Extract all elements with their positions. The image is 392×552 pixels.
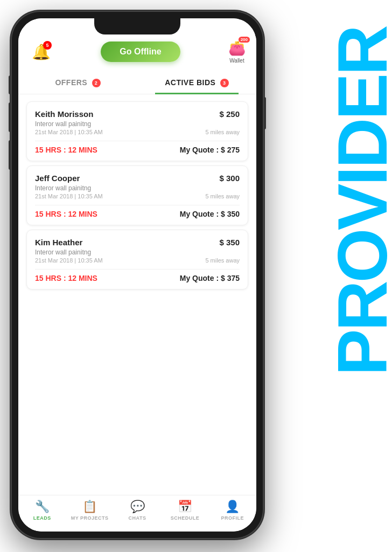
wallet-label: Wallet [229,58,244,64]
bid-card-0[interactable]: Keith Morisson $ 250 Interor wall painit… [26,101,248,161]
go-offline-button[interactable]: Go Offline [101,42,180,62]
bid-distance-2: 5 miles away [205,257,240,264]
bid-service-2: Interor wall painitng [35,249,240,256]
tab-active-bids-label: ACTIVE BIDS [165,78,215,87]
bottom-nav: 🔧 LEADS 📋 MY PROJECTS 💬 CHATS 📅 SCHEDULE [18,495,256,532]
bid-datetime-1: 21st Mar 2018 | 10:35 AM [35,193,103,199]
bid-timer-0: 15 HRS : 12 MINS [35,146,97,154]
bid-meta-0: 21st Mar 2018 | 10:35 AM 5 miles away [35,129,240,135]
notification-bell[interactable]: 🔔 5 [29,40,53,64]
phone-device: 🔔 5 Go Offline 👛 200 Wallet [11,11,264,539]
bid-name-2: Kim Heather [35,238,82,247]
bid-quote-1: My Quote : $ 350 [180,210,240,218]
bid-quote-2: My Quote : $ 375 [180,274,240,282]
bid-list: Keith Morisson $ 250 Interor wall painit… [18,94,256,495]
bid-bottom-1: 15 HRS : 12 MINS My Quote : $ 350 [35,205,240,218]
bid-quote-0: My Quote : $ 275 [180,146,240,154]
phone-shell: 🔔 5 Go Offline 👛 200 Wallet [11,11,264,539]
bid-top-row-0: Keith Morisson $ 250 [35,109,240,119]
provider-background-text: PROVIDER [327,27,392,376]
tab-offers-badge: 2 [92,79,101,87]
nav-item-schedule[interactable]: 📅 SCHEDULE [161,500,208,521]
bid-card-2[interactable]: Kim Heather $ 350 Interor wall painitng … [26,230,248,289]
bid-distance-0: 5 miles away [205,129,240,135]
nav-label-chats: CHATS [129,515,146,521]
schedule-icon: 📅 [178,500,192,514]
bid-card-1[interactable]: Jeff Cooper $ 300 Interor wall painitng … [26,165,248,225]
wallet-area[interactable]: 👛 200 Wallet [228,40,246,64]
app-content: 🔔 5 Go Offline 👛 200 Wallet [18,18,256,532]
bid-name-1: Jeff Cooper [35,174,80,183]
tab-offers[interactable]: OFFERS 2 [18,72,137,94]
nav-item-profile[interactable]: 👤 PROFILE [209,500,256,521]
bid-price-2: $ 350 [219,238,240,247]
side-button-power [264,97,266,129]
bid-service-1: Interor wall painitng [35,184,240,192]
bid-bottom-2: 15 HRS : 12 MINS My Quote : $ 375 [35,269,240,282]
nav-item-leads[interactable]: 🔧 LEADS [18,500,66,521]
bid-datetime-0: 21st Mar 2018 | 10:35 AM [35,129,103,135]
profile-icon: 👤 [225,500,240,514]
side-button-mute [9,75,11,94]
bid-distance-1: 5 miles away [205,193,240,199]
nav-label-schedule: SCHEDULE [171,515,200,521]
nav-item-my-projects[interactable]: 📋 MY PROJECTS [66,500,113,521]
bid-timer-2: 15 HRS : 12 MINS [35,274,97,282]
side-button-volume-up [9,102,11,132]
my-projects-icon: 📋 [82,500,97,514]
wallet-badge: 200 [239,37,250,43]
nav-item-chats[interactable]: 💬 CHATS [114,500,161,521]
leads-icon: 🔧 [35,500,50,514]
bid-meta-1: 21st Mar 2018 | 10:35 AM 5 miles away [35,193,240,199]
tab-offers-label: OFFERS [55,78,87,87]
nav-label-my-projects: MY PROJECTS [71,515,109,521]
nav-label-profile: PROFILE [221,515,244,521]
tabs-container: OFFERS 2 ACTIVE BIDS 3 [18,72,256,94]
bid-name-0: Keith Morisson [35,109,93,119]
bid-price-1: $ 300 [219,174,240,183]
bid-datetime-2: 21st Mar 2018 | 10:35 AM [35,257,103,264]
nav-label-leads: LEADS [33,515,51,521]
bid-service-0: Interor wall painitng [35,120,240,128]
bid-top-row-2: Kim Heather $ 350 [35,238,240,247]
bid-top-row-1: Jeff Cooper $ 300 [35,174,240,183]
side-button-volume-down [9,140,11,170]
tab-active-bids-badge: 3 [220,79,229,87]
bid-meta-2: 21st Mar 2018 | 10:35 AM 5 miles away [35,257,240,264]
bell-badge: 5 [43,41,52,50]
bid-timer-1: 15 HRS : 12 MINS [35,210,97,218]
bid-price-0: $ 250 [219,109,240,119]
phone-screen: 🔔 5 Go Offline 👛 200 Wallet [18,18,256,532]
phone-notch [94,18,180,34]
bid-bottom-0: 15 HRS : 12 MINS My Quote : $ 275 [35,141,240,154]
chats-icon: 💬 [130,500,145,514]
tab-active-bids[interactable]: ACTIVE BIDS 3 [137,72,256,94]
